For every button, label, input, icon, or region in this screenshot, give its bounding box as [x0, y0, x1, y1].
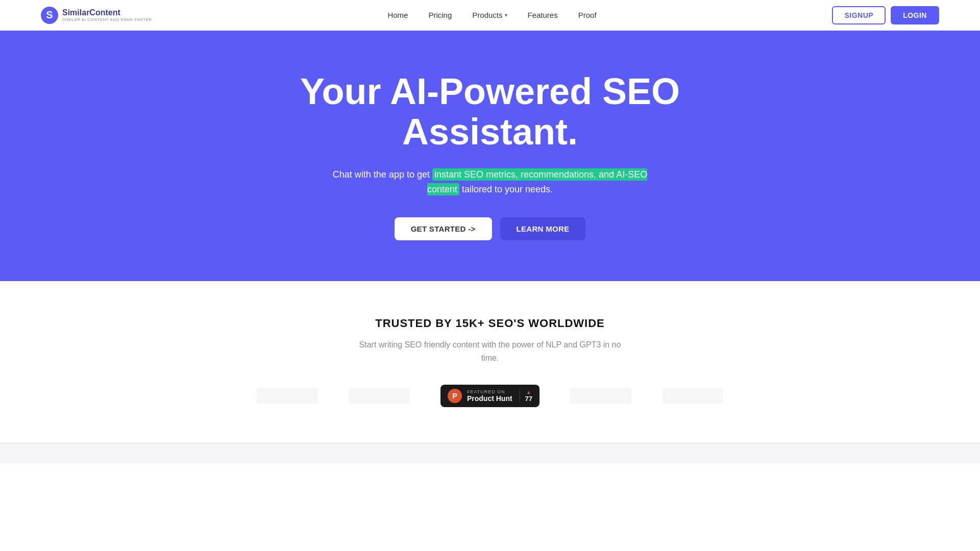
- trusted-logos-row: P FEATURED ON Product Hunt ▲ 77: [20, 385, 960, 407]
- nav-links: Home Pricing Products ▾ Features Proof: [387, 11, 596, 20]
- ph-name: Product Hunt: [467, 394, 512, 403]
- product-hunt-text: FEATURED ON Product Hunt: [467, 389, 512, 403]
- nav-actions: SIGNUP LOGIN: [832, 6, 939, 24]
- nav-item-proof[interactable]: Proof: [578, 11, 597, 20]
- brand-tagline: SIMILAR AI CONTENT AND RANK FASTER: [62, 17, 152, 22]
- chevron-down-icon: ▾: [505, 12, 507, 18]
- brand-name: SimilarContent: [62, 8, 152, 17]
- product-hunt-badge[interactable]: P FEATURED ON Product Hunt ▲ 77: [440, 385, 540, 407]
- ph-count: 77: [525, 395, 532, 403]
- product-hunt-icon: P: [448, 389, 462, 403]
- navbar: S SimilarContent SIMILAR AI CONTENT AND …: [0, 0, 980, 31]
- hero-section: Your AI-Powered SEO Assistant. Chat with…: [0, 31, 980, 281]
- partner-logo-3: [570, 388, 631, 404]
- ph-upvote: ▲ 77: [520, 389, 532, 403]
- learn-more-button[interactable]: LEARN MORE: [500, 217, 586, 240]
- nav-item-home[interactable]: Home: [387, 11, 408, 20]
- trusted-title: TRUSTED BY 15K+ SEO'S WORLDWIDE: [20, 317, 960, 330]
- nav-item-features[interactable]: Features: [528, 11, 558, 20]
- signup-button[interactable]: SIGNUP: [832, 6, 886, 24]
- ph-featured-label: FEATURED ON: [467, 389, 505, 394]
- hero-title: Your AI-Powered SEO Assistant.: [286, 71, 694, 152]
- nav-link-products[interactable]: Products ▾: [472, 11, 507, 19]
- partner-logo-1: [257, 388, 318, 404]
- nav-link-features[interactable]: Features: [528, 11, 558, 19]
- nav-link-proof[interactable]: Proof: [578, 11, 597, 19]
- partner-logo-2: [349, 388, 410, 404]
- svg-text:S: S: [46, 9, 53, 20]
- ph-arrow-icon: ▲: [526, 389, 531, 395]
- hero-buttons: GET STARTED -> LEARN MORE: [395, 217, 586, 240]
- hero-subtitle-before: Chat with the app to get: [333, 169, 432, 180]
- hero-subtitle: Chat with the app to get instant SEO met…: [316, 167, 664, 197]
- logo-text: SimilarContent SIMILAR AI CONTENT AND RA…: [62, 8, 152, 22]
- trusted-section: TRUSTED BY 15K+ SEO'S WORLDWIDE Start wr…: [0, 281, 980, 443]
- footer-bar: [0, 443, 980, 463]
- trusted-subtitle: Start writing SEO friendly content with …: [357, 338, 623, 364]
- hero-subtitle-after: tailored to your needs.: [459, 184, 553, 194]
- nav-item-pricing[interactable]: Pricing: [428, 11, 452, 20]
- login-button[interactable]: LOGIN: [891, 6, 939, 24]
- partner-logo-4: [662, 388, 723, 404]
- get-started-button[interactable]: GET STARTED ->: [395, 217, 492, 240]
- nav-item-products[interactable]: Products ▾: [472, 11, 507, 19]
- nav-link-pricing[interactable]: Pricing: [428, 11, 452, 19]
- logo[interactable]: S SimilarContent SIMILAR AI CONTENT AND …: [41, 7, 152, 24]
- logo-icon: S: [41, 7, 58, 24]
- nav-link-home[interactable]: Home: [387, 11, 408, 19]
